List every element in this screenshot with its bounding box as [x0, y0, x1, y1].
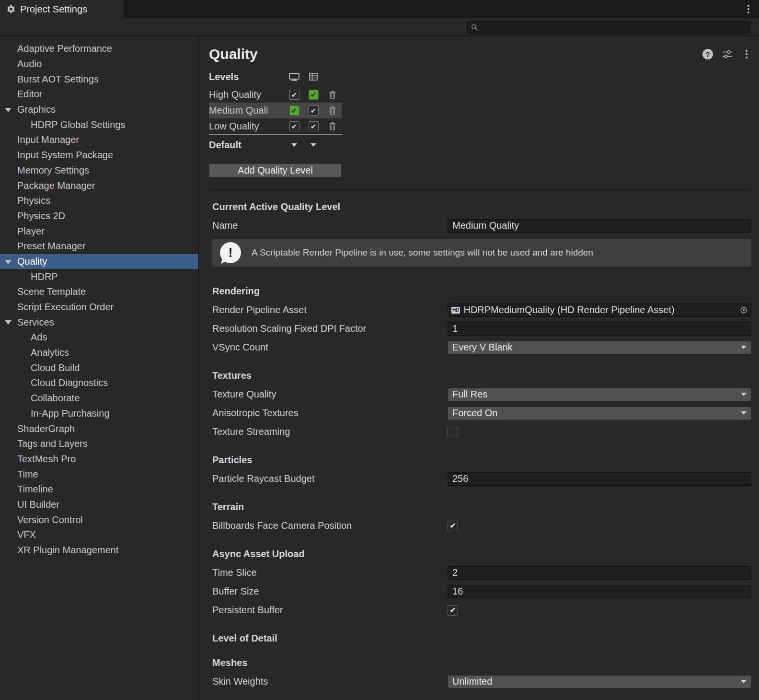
sidebar-item-version-control[interactable]: Version Control [0, 512, 198, 527]
sidebar-item-label: Graphics [17, 104, 56, 115]
level-checkbox[interactable] [309, 121, 319, 131]
sidebar-item-label: Timeline [17, 484, 53, 495]
sidebar-item-physics-2d[interactable]: Physics 2D [0, 209, 198, 224]
expander-icon[interactable] [5, 260, 12, 264]
sidebar-item-scene-template[interactable]: Scene Template [0, 284, 198, 300]
time-slice-field[interactable]: 2 [448, 566, 751, 580]
texture-quality-label: Texture Quality [212, 389, 448, 400]
sidebar-item-xr-plugin-management[interactable]: XR Plugin Management [0, 543, 198, 558]
sidebar-item-hdrp[interactable]: HDRP [0, 269, 198, 284]
sidebar-item-memory-settings[interactable]: Memory Settings [0, 163, 198, 178]
chevron-down-icon [291, 143, 297, 147]
sidebar-item-burst-aot-settings[interactable]: Burst AOT Settings [0, 71, 198, 87]
texture-quality-dropdown[interactable]: Full Res [448, 388, 751, 401]
default-platform-dropdown[interactable] [304, 143, 323, 147]
default-label: Default [209, 140, 285, 151]
buffer-size-value: 16 [452, 586, 463, 597]
sidebar-item-hdrp-global-settings[interactable]: HDRP Global Settings [0, 117, 198, 132]
dpi-factor-label: Resolution Scaling Fixed DPI Factor [212, 323, 448, 334]
sidebar-item-script-execution-order[interactable]: Script Execution Order [0, 300, 198, 315]
sidebar-item-editor[interactable]: Editor [0, 87, 198, 102]
object-picker-icon[interactable] [740, 306, 748, 314]
dpi-factor-field[interactable]: 1 [448, 322, 751, 336]
texture-streaming-checkbox[interactable] [448, 427, 458, 437]
project-settings-window: Project Settings Adaptive Performance Au… [0, 0, 759, 700]
sidebar-item-collaborate[interactable]: Collaborate [0, 391, 198, 406]
srp-info-text: A Scriptable Render Pipeline is in use, … [252, 247, 593, 258]
sidebar-item-textmesh-pro[interactable]: TextMesh Pro [0, 452, 198, 467]
quality-level-row-high[interactable]: High Quality [209, 87, 342, 103]
name-label: Name [212, 220, 448, 231]
level-checkbox[interactable] [289, 105, 299, 116]
sidebar-item-label: Analytics [31, 347, 69, 358]
search-input[interactable] [481, 23, 748, 32]
expander-icon[interactable] [5, 108, 12, 112]
skin-weights-dropdown[interactable]: Unlimited [448, 675, 751, 688]
persistent-buffer-checkbox[interactable] [448, 605, 458, 616]
sidebar-item-audio[interactable]: Audio [0, 57, 198, 72]
sidebar-item-in-app-purchasing[interactable]: In-App Purchasing [0, 406, 198, 421]
sidebar-item-package-manager[interactable]: Package Manager [0, 178, 198, 193]
toolbar [0, 18, 759, 36]
panel-menu-button[interactable] [742, 48, 751, 60]
sidebar-item-player[interactable]: Player [0, 223, 198, 239]
level-checkbox[interactable] [309, 90, 319, 100]
sidebar-item-ads[interactable]: Ads [0, 330, 198, 345]
delete-level-button[interactable] [329, 91, 336, 99]
delete-level-button[interactable] [329, 106, 336, 115]
quality-level-row-low[interactable]: Low Quality [209, 118, 342, 134]
name-field[interactable]: Medium Quality [448, 219, 751, 233]
presets-icon[interactable] [723, 50, 732, 58]
terrain-header: Terrain [209, 502, 751, 513]
level-checkbox[interactable] [309, 105, 319, 116]
sidebar-item-shadergraph[interactable]: ShaderGraph [0, 421, 198, 436]
sidebar-item-cloud-diagnostics[interactable]: Cloud Diagnostics [0, 375, 198, 391]
default-platform-dropdown[interactable] [285, 143, 304, 147]
add-quality-level-button[interactable]: Add Quality Level [209, 163, 342, 177]
sidebar-item-services[interactable]: Services [0, 315, 198, 330]
window-menu-button[interactable] [744, 3, 753, 15]
sidebar-item-timeline[interactable]: Timeline [0, 482, 198, 497]
sidebar-item-quality[interactable]: Quality [0, 254, 198, 269]
sidebar-item-label: Player [17, 226, 45, 237]
level-checkbox[interactable] [289, 121, 299, 131]
anisotropic-textures-dropdown[interactable]: Forced On [448, 407, 751, 420]
render-pipeline-asset-field[interactable]: HD HDRPMediumQuality (HD Render Pipeline… [448, 303, 751, 317]
sidebar-item-label: Editor [17, 89, 42, 100]
textures-header: Textures [209, 370, 751, 381]
sidebar-item-cloud-build[interactable]: Cloud Build [0, 360, 198, 375]
sidebar-item-ui-builder[interactable]: UI Builder [0, 497, 198, 513]
setting-row-render-pipeline: Render Pipeline Asset HD HDRPMediumQuali… [209, 301, 751, 319]
buffer-size-field[interactable]: 16 [448, 585, 751, 598]
section-divider [209, 189, 751, 190]
help-button[interactable]: ? [702, 49, 713, 59]
search-box[interactable] [467, 21, 751, 34]
sidebar-item-label: HDRP Global Settings [31, 119, 126, 130]
desktop-platform-icon[interactable] [285, 73, 304, 81]
sidebar-item-preset-manager[interactable]: Preset Manager [0, 239, 198, 254]
sidebar-item-vfx[interactable]: VFX [0, 527, 198, 543]
sidebar-item-input-manager[interactable]: Input Manager [0, 132, 198, 148]
sidebar-item-tags-and-layers[interactable]: Tags and Layers [0, 436, 198, 452]
sidebar-item-graphics[interactable]: Graphics [0, 102, 198, 117]
sidebar-item-time[interactable]: Time [0, 467, 198, 482]
vsync-count-dropdown[interactable]: Every V Blank [448, 341, 751, 354]
sidebar-item-label: In-App Purchasing [31, 408, 110, 419]
quality-level-row-medium[interactable]: Medium Quali [209, 103, 342, 118]
tab-project-settings[interactable]: Project Settings [0, 0, 124, 18]
sidebar-item-label: Collaborate [31, 393, 80, 404]
expander-icon[interactable] [5, 320, 12, 325]
billboards-face-camera-checkbox[interactable] [448, 521, 458, 531]
platform-grid-icon[interactable] [304, 73, 323, 81]
sidebar-item-physics[interactable]: Physics [0, 193, 198, 209]
level-checkbox[interactable] [289, 90, 299, 100]
billboards-face-camera-label: Billboards Face Camera Position [212, 520, 448, 531]
chevron-down-icon [741, 680, 747, 683]
sidebar-item-input-system-package[interactable]: Input System Package [0, 148, 198, 163]
delete-level-button[interactable] [329, 122, 336, 130]
setting-row-anisotropic: Anisotropic Textures Forced On [209, 404, 751, 422]
particle-raycast-budget-field[interactable]: 256 [448, 472, 751, 486]
sidebar-item-analytics[interactable]: Analytics [0, 345, 198, 361]
sidebar-item-adaptive-performance[interactable]: Adaptive Performance [0, 41, 198, 57]
sidebar-item-label: Package Manager [17, 180, 95, 191]
